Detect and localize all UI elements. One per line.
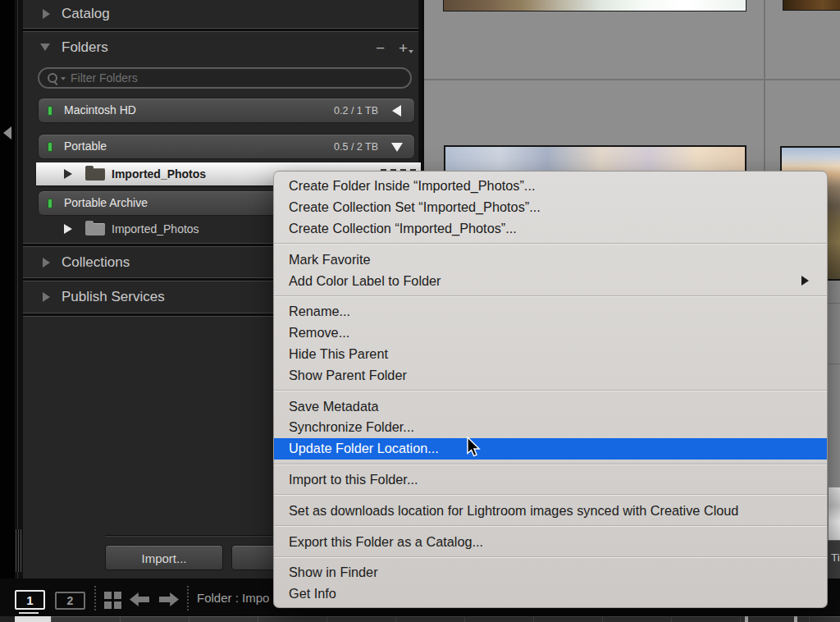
search-options-caret-icon [61, 77, 66, 80]
panel-title: Folders [62, 39, 108, 56]
menu-item-label: Create Collection “Imported_Photos”... [289, 221, 517, 236]
toolbar-separator [94, 586, 96, 611]
grid-view-icon[interactable] [104, 592, 121, 609]
disclosure-right-icon [43, 9, 50, 19]
photo-thumbnail[interactable] [443, 0, 746, 11]
menu-item-label: Get Info [289, 586, 336, 601]
submenu-arrow-icon [801, 276, 809, 286]
panel-header-folders[interactable]: Folders − + [23, 34, 418, 62]
left-edge-rail [0, 0, 15, 622]
secondary-screen-button[interactable]: 2 [55, 592, 85, 610]
menu-item-label: Show Parent Folder [289, 368, 407, 383]
menu-item-label: Set as downloads location for Lightroom … [289, 503, 738, 519]
volume-capacity: 0.5 / 2 TB [334, 141, 378, 153]
menu-item-label: Rename... [289, 304, 350, 319]
mouse-cursor [466, 437, 482, 462]
menu-item[interactable]: Synchronize Folder... [274, 417, 827, 438]
panel-title: Publish Services [62, 289, 165, 305]
filmstrip-cells [51, 616, 840, 622]
volume-name: Portable [64, 139, 107, 153]
disclosure-down-icon [40, 43, 50, 51]
cell-text-fragment: Ti [831, 551, 840, 564]
panel-collapse-arrow-icon[interactable] [3, 126, 11, 139]
remove-folder-button[interactable]: − [376, 42, 385, 55]
lightroom-window: Ti Catalog Folders − + Filter Folders Ma… [0, 0, 840, 622]
menu-item[interactable]: Add Color Label to Folder [274, 270, 827, 291]
disclosure-right-icon [43, 258, 50, 268]
panel-divider [23, 28, 418, 32]
toolbar-separator [187, 586, 189, 611]
filter-folders-input[interactable]: Filter Folders [38, 67, 412, 89]
panel-title: Catalog [62, 6, 110, 22]
menu-item-label: Import to this Folder... [289, 472, 418, 487]
volume-name: Macintosh HD [64, 103, 136, 117]
menu-item[interactable]: Hide This Parent [274, 344, 827, 365]
photo-thumbnail[interactable] [444, 145, 746, 173]
volume-name: Portable Archive [64, 196, 148, 209]
menu-item[interactable]: Update Folder Location... [274, 438, 827, 460]
menu-item[interactable]: Create Collection Set “Imported_Photos”.… [274, 197, 827, 218]
menu-item[interactable]: Remove... [274, 322, 827, 344]
filmstrip-top-edge [0, 616, 840, 622]
source-status-text: Folder : Impo [197, 591, 269, 605]
primary-screen-button[interactable]: 1 [15, 590, 45, 610]
back-arrow-icon[interactable] [130, 592, 149, 606]
folder-disclosure-icon[interactable] [64, 169, 72, 179]
volume-status-led-icon [48, 106, 52, 116]
menu-item-label: Save Metadata [289, 399, 379, 414]
folder-icon [85, 223, 105, 236]
menu-item[interactable]: Create Folder Inside “Imported_Photos”..… [274, 176, 827, 197]
menu-item[interactable]: Show Parent Folder [274, 364, 827, 386]
menu-item-label: Update Folder Location... [289, 441, 439, 456]
menu-item-label: Remove... [289, 325, 349, 341]
photo-thumbnail[interactable] [828, 487, 840, 540]
menu-item-label: Synchronize Folder... [289, 419, 414, 435]
menu-item[interactable]: Set as downloads location for Lightroom … [274, 500, 827, 521]
menu-item-label: Add Color Label to Folder [289, 273, 441, 289]
primary-screen-active-underline [19, 612, 39, 614]
menu-separator [274, 494, 827, 496]
menu-separator [274, 556, 827, 558]
volume-row-macintosh-hd[interactable]: Macintosh HD 0.2 / 1 TB [38, 98, 415, 123]
menu-item[interactable]: Import to this Folder... [274, 469, 827, 491]
photo-thumbnail[interactable] [783, 0, 840, 11]
menu-separator [274, 525, 827, 527]
menu-item[interactable]: Save Metadata [274, 396, 827, 417]
volume-row-portable[interactable]: Portable 0.5 / 2 TB [38, 134, 415, 159]
menu-item[interactable]: Show in Finder [274, 562, 827, 583]
forward-arrow-icon[interactable] [159, 592, 179, 606]
menu-item[interactable]: Rename... [274, 301, 827, 322]
filmstrip-mark [794, 616, 797, 622]
folder-name: Imported_Photos [112, 222, 199, 236]
menu-item[interactable]: Get Info [274, 583, 827, 605]
menu-item-label: Show in Finder [289, 565, 378, 580]
caret-down-icon [409, 50, 413, 53]
context-menu: Create Folder Inside “Imported_Photos”..… [273, 171, 828, 608]
volume-status-led-icon [48, 142, 52, 152]
menu-item-label: Create Folder Inside “Imported_Photos”..… [289, 178, 535, 194]
panel-title: Collections [62, 254, 130, 271]
filmstrip-highlight-cell [15, 616, 51, 622]
menu-item-label: Hide This Parent [289, 346, 388, 362]
menu-item-label: Export this Folder as a Catalog... [289, 534, 483, 550]
volume-status-led-icon [48, 199, 52, 208]
filmstrip-mark [745, 616, 748, 622]
menu-separator [274, 243, 827, 245]
folder-disclosure-icon[interactable] [64, 224, 72, 234]
volume-expand-down-icon[interactable] [391, 143, 403, 152]
menu-item[interactable]: Mark Favorite [274, 249, 827, 270]
disclosure-right-icon [43, 292, 50, 302]
menu-item-label: Create Collection Set “Imported_Photos”.… [289, 199, 541, 215]
volume-collapse-left-icon[interactable] [392, 105, 401, 117]
add-folder-button[interactable]: + [399, 42, 413, 55]
folder-icon [85, 168, 105, 181]
menu-item[interactable]: Export this Folder as a Catalog... [274, 531, 827, 552]
menu-separator [274, 464, 827, 465]
grid-line [424, 79, 840, 80]
menu-separator [274, 295, 827, 297]
folder-name: Imported_Photos [112, 167, 206, 181]
filter-placeholder: Filter Folders [71, 71, 138, 85]
import-button[interactable]: Import... [105, 545, 223, 570]
panel-header-catalog[interactable]: Catalog [23, 0, 418, 28]
menu-item[interactable]: Create Collection “Imported_Photos”... [274, 218, 827, 240]
